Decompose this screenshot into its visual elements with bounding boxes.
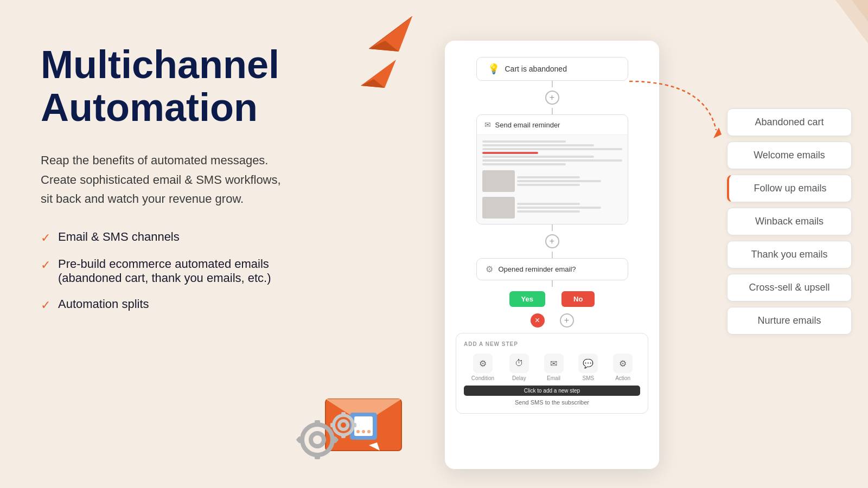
right-sidebar: Abandoned cart Welcome emails Follow up … xyxy=(727,108,852,335)
connector-line-2 xyxy=(552,108,553,114)
sms-step-label: SMS xyxy=(582,375,594,381)
sidebar-btn-cross-sell[interactable]: Cross-sell & upsell xyxy=(727,274,852,301)
email-node: ✉ Send email reminder xyxy=(476,114,628,224)
action-step-label: Action xyxy=(615,375,630,381)
workflow-inner: 💡 Cart is abandoned + ✉ Send email remin… xyxy=(456,57,648,414)
email-step-label: Email xyxy=(547,375,560,381)
sidebar-btn-follow-up-emails[interactable]: Follow up emails xyxy=(727,175,852,202)
add-step-action[interactable]: ⚙ Action xyxy=(613,354,633,381)
svg-point-14 xyxy=(362,430,365,433)
preview-image-row-2 xyxy=(482,197,622,219)
trigger-node: 💡 Cart is abandoned xyxy=(476,57,628,81)
svg-point-17 xyxy=(302,425,333,455)
connector-line-5 xyxy=(552,280,553,287)
trigger-label: Cart is abandoned xyxy=(505,65,567,73)
svg-rect-29 xyxy=(330,423,335,427)
condition-label: Opened reminder email? xyxy=(499,265,576,273)
add-step-sms[interactable]: 💬 SMS xyxy=(578,354,598,381)
main-title: Multichannel Automation xyxy=(41,43,393,129)
preview-image-block-2 xyxy=(482,197,515,219)
svg-marker-7 xyxy=(713,127,722,138)
email-node-label: Send email reminder xyxy=(495,121,560,129)
check-icon-2: ✓ xyxy=(41,258,50,272)
condition-node: ⚙ Opened reminder email? xyxy=(476,258,628,280)
sidebar-btn-winback-emails[interactable]: Winback emails xyxy=(727,208,852,235)
left-section: Multichannel Automation Reap the benefit… xyxy=(41,43,393,324)
sidebar-btn-welcome-emails[interactable]: Welcome emails xyxy=(727,142,852,169)
sidebar-btn-thank-you-emails[interactable]: Thank you emails xyxy=(727,241,852,268)
svg-rect-20 xyxy=(315,453,320,459)
checklist-item-2: ✓ Pre-build ecommerce automated emails(a… xyxy=(41,257,393,285)
check-icon-1: ✓ xyxy=(41,231,50,245)
connector-line-3 xyxy=(552,224,553,231)
email-preview xyxy=(477,135,628,224)
preview-line xyxy=(482,148,622,150)
connector-line-4 xyxy=(552,252,553,258)
add-step-title: ADD A NEW STEP xyxy=(464,341,640,347)
add-circle-button[interactable]: + xyxy=(560,313,574,328)
checklist-item-1: ✓ Email & SMS channels xyxy=(41,230,393,245)
condition-step-label: Condition xyxy=(471,375,494,381)
preview-line xyxy=(482,156,594,158)
svg-rect-19 xyxy=(315,420,320,427)
svg-point-18 xyxy=(311,433,324,446)
email-icon: ✉ xyxy=(484,120,491,129)
svg-rect-30 xyxy=(352,423,356,427)
yes-button[interactable]: Yes xyxy=(509,291,545,307)
dashed-arrow xyxy=(624,76,732,143)
sidebar-btn-nurture-emails[interactable]: Nurture emails xyxy=(727,307,852,335)
preview-image-row xyxy=(482,170,622,192)
add-step-1[interactable]: + xyxy=(545,91,559,105)
tooltip-bar: Click to add a new step xyxy=(464,386,640,396)
preview-line xyxy=(517,210,580,213)
preview-line xyxy=(482,159,622,162)
delay-step-icon[interactable]: ⏱ xyxy=(509,354,529,373)
remove-button[interactable]: × xyxy=(531,313,545,328)
email-step-icon[interactable]: ✉ xyxy=(544,354,564,373)
svg-rect-28 xyxy=(341,433,346,438)
condition-icon: ⚙ xyxy=(486,264,493,274)
svg-rect-27 xyxy=(341,412,346,417)
email-node-header: ✉ Send email reminder xyxy=(477,115,628,135)
preview-line xyxy=(482,163,566,165)
preview-image-block xyxy=(482,170,515,192)
svg-point-25 xyxy=(334,415,353,435)
preview-line xyxy=(517,180,601,182)
preview-text-block xyxy=(517,170,622,192)
delay-step-label: Delay xyxy=(512,375,526,381)
connector-line-1 xyxy=(552,81,553,87)
preview-line-red xyxy=(482,152,538,154)
action-buttons-row: × + xyxy=(531,313,574,328)
checklist-item-3: ✓ Automation splits xyxy=(41,297,393,312)
yes-no-row: Yes No xyxy=(509,291,595,307)
action-step-icon[interactable]: ⚙ xyxy=(613,354,633,373)
preview-line xyxy=(482,144,594,146)
top-right-decoration xyxy=(803,0,868,46)
svg-point-15 xyxy=(367,430,371,433)
decorative-gears xyxy=(296,410,361,466)
add-step-bottom-text: Send SMS to the subscriber xyxy=(464,399,640,406)
sidebar-btn-abandoned-cart[interactable]: Abandoned cart xyxy=(727,108,852,136)
preview-text-block-2 xyxy=(517,197,622,219)
check-icon-3: ✓ xyxy=(41,298,50,312)
add-step-panel: ADD A NEW STEP ⚙ Condition ⏱ Delay ✉ Ema… xyxy=(456,333,648,414)
add-step-delay[interactable]: ⏱ Delay xyxy=(509,354,529,381)
checklist: ✓ Email & SMS channels ✓ Pre-build ecomm… xyxy=(41,230,393,312)
add-step-2[interactable]: + xyxy=(545,234,559,248)
preview-line xyxy=(517,203,580,205)
add-step-email[interactable]: ✉ Email xyxy=(544,354,564,381)
description: Reap the benefits of automated messages.… xyxy=(41,151,393,208)
sms-step-icon[interactable]: 💬 xyxy=(578,354,598,373)
no-button[interactable]: No xyxy=(561,291,595,307)
preview-line xyxy=(517,176,580,178)
preview-line xyxy=(517,207,601,209)
add-step-condition[interactable]: ⚙ Condition xyxy=(471,354,494,381)
preview-line xyxy=(482,140,566,143)
svg-point-26 xyxy=(339,421,348,429)
preview-line xyxy=(517,184,580,186)
email-preview-lines xyxy=(482,140,622,219)
add-step-icons-row: ⚙ Condition ⏱ Delay ✉ Email 💬 SMS ⚙ A xyxy=(464,354,640,381)
trigger-icon: 💡 xyxy=(488,63,500,75)
condition-step-icon[interactable]: ⚙ xyxy=(473,354,493,373)
